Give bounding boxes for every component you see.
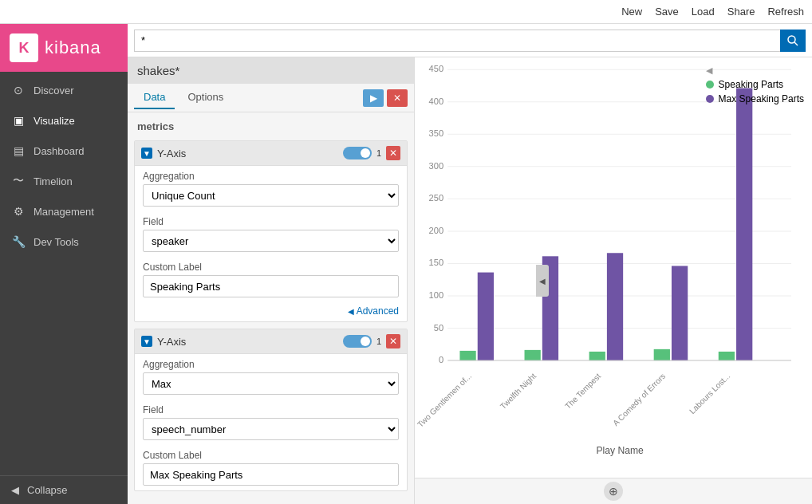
yaxis-toggle-switch-1[interactable] — [343, 147, 372, 159]
aggregation-label-2: Aggregation — [143, 359, 399, 370]
sidebar-item-timelion[interactable]: 〜 Timelion — [0, 166, 128, 196]
sidebar-item-dashboard[interactable]: ▤ Dashboard — [0, 136, 128, 166]
yaxis-block-1: ▼ Y-Axis 1 ✕ Aggregation — [134, 140, 408, 322]
tab-data[interactable]: Data — [134, 86, 175, 109]
visualize-icon: ▣ — [11, 113, 26, 128]
sidebar-item-label-discover: Discover — [34, 85, 74, 96]
bar-max-1 — [478, 273, 494, 360]
svg-text:Play Name: Play Name — [596, 445, 644, 456]
save-button[interactable]: Save — [655, 6, 679, 18]
toggle-knob-1 — [361, 148, 370, 158]
svg-line-1 — [794, 42, 798, 45]
sidebar-nav: ⊙ Discover ▣ Visualize ▤ Dashboard 〜 Tim… — [0, 72, 128, 475]
svg-text:The Tempest: The Tempest — [563, 372, 602, 411]
svg-text:Two Gentlemen of...: Two Gentlemen of... — [416, 372, 473, 429]
custom-label-group-2: Custom Label — [135, 445, 407, 490]
custom-label-label-1: Custom Label — [143, 262, 399, 273]
field-select-1[interactable]: speaker play_name speech_number — [143, 230, 399, 252]
yaxis-label-2: Y-Axis — [157, 336, 186, 348]
search-input[interactable] — [134, 30, 780, 52]
svg-text:350: 350 — [429, 128, 444, 138]
aggregation-label-1: Aggregation — [143, 171, 399, 182]
dashboard-icon: ▤ — [11, 144, 26, 158]
sidebar-item-devtools[interactable]: 🔧 Dev Tools — [0, 226, 128, 257]
discover-icon: ⊙ — [11, 83, 26, 97]
left-panel: shakes* Data Options ▶ ✕ metrics — [128, 57, 415, 504]
legend-item-speaking-parts: Speaking Parts — [706, 79, 804, 90]
svg-text:250: 250 — [429, 193, 444, 203]
sidebar-item-discover[interactable]: ⊙ Discover — [0, 75, 128, 105]
bar-sp-1 — [459, 351, 475, 360]
share-button[interactable]: Share — [727, 6, 755, 18]
custom-label-input-1[interactable] — [143, 275, 399, 297]
aggregation-select-2[interactable]: Unique Count Count Average Sum Min Max — [143, 372, 399, 395]
yaxis-controls-2: 1 ✕ — [343, 334, 400, 348]
yaxis-title-2: ▼ Y-Axis — [141, 336, 186, 348]
collapse-label: Collapse — [27, 484, 68, 496]
sidebar-item-visualize[interactable]: ▣ Visualize — [0, 105, 128, 136]
yaxis-header-1: ▼ Y-Axis 1 ✕ — [135, 141, 407, 166]
legend-nav-left[interactable]: ◀ — [706, 65, 804, 76]
svg-text:400: 400 — [429, 96, 444, 106]
kibana-logo-icon: K — [10, 33, 38, 62]
bar-sp-2 — [525, 350, 541, 360]
sidebar-item-management[interactable]: ⚙ Management — [0, 196, 128, 226]
chart-area: ◀ Speaking Parts Max Speaking Parts 450 — [415, 57, 812, 504]
bar-max-5 — [736, 89, 752, 361]
svg-text:100: 100 — [429, 290, 444, 300]
timelion-icon: 〜 — [11, 174, 26, 188]
chart-bottom: ⊕ — [415, 478, 812, 504]
visualize-area: shakes* Data Options ▶ ✕ metrics — [128, 57, 812, 504]
field-group-2: Field speaker play_name speech_number — [135, 400, 407, 445]
yaxis-toggle-2[interactable]: ▼ — [141, 336, 152, 347]
svg-text:Labours Lost...: Labours Lost... — [688, 372, 731, 415]
search-button[interactable] — [780, 30, 806, 52]
close-tab-button[interactable]: ✕ — [387, 89, 408, 107]
tab-options[interactable]: Options — [178, 86, 233, 109]
yaxis-toggle-switch-2[interactable] — [343, 335, 372, 348]
field-select-2[interactable]: speaker play_name speech_number — [143, 418, 399, 440]
aggregation-select-1[interactable]: Unique Count Count Average Sum Min Max — [143, 184, 399, 207]
metrics-section-title: metrics — [128, 112, 414, 137]
search-bar — [128, 24, 812, 57]
field-label-2: Field — [143, 404, 399, 415]
panel-collapse-arrow[interactable]: ◀ — [536, 265, 549, 297]
advanced-link-1[interactable]: Advanced — [135, 302, 407, 321]
top-bar: New Save Load Share Refresh — [0, 0, 812, 24]
bar-sp-3 — [589, 352, 605, 360]
custom-label-input-2[interactable] — [143, 463, 399, 486]
sidebar-collapse-button[interactable]: ◀ Collapse — [0, 475, 128, 504]
svg-point-0 — [788, 36, 795, 43]
content-area: shakes* Data Options ▶ ✕ metrics — [128, 24, 812, 504]
custom-label-label-2: Custom Label — [143, 450, 399, 461]
tab-actions: ▶ ✕ — [363, 89, 408, 107]
legend-dot-max — [706, 95, 714, 103]
collapse-icon: ◀ — [11, 484, 19, 496]
legend-item-max-speaking-parts: Max Speaking Parts — [706, 93, 804, 104]
yaxis-header-2: ▼ Y-Axis 1 ✕ — [135, 329, 407, 354]
sidebar: K kibana ⊙ Discover ▣ Visualize ▤ Dashbo… — [0, 24, 128, 504]
chart-zoom-button[interactable]: ⊕ — [604, 482, 623, 501]
yaxis-toggle-1[interactable]: ▼ — [141, 148, 152, 159]
toggle-knob-2 — [361, 337, 370, 346]
svg-text:0: 0 — [439, 355, 443, 364]
bar-max-3 — [607, 253, 623, 360]
legend-label-speaking: Speaking Parts — [719, 79, 783, 90]
svg-text:450: 450 — [429, 64, 444, 73]
svg-text:300: 300 — [429, 161, 444, 171]
aggregation-group-2: Aggregation Unique Count Count Average S… — [135, 354, 407, 400]
yaxis-block-2: ▼ Y-Axis 1 ✕ Aggregation — [134, 329, 408, 491]
main-layout: K kibana ⊙ Discover ▣ Visualize ▤ Dashbo… — [0, 24, 812, 504]
chart-legend: ◀ Speaking Parts Max Speaking Parts — [706, 65, 804, 104]
yaxis-title-1: ▼ Y-Axis — [141, 148, 186, 159]
play-button[interactable]: ▶ — [363, 89, 384, 107]
yaxis-remove-2[interactable]: ✕ — [386, 334, 400, 348]
svg-text:Twelfth Night: Twelfth Night — [499, 372, 538, 411]
sidebar-logo: K kibana — [0, 24, 128, 72]
new-button[interactable]: New — [621, 6, 642, 18]
load-button[interactable]: Load — [692, 6, 715, 18]
yaxis-remove-1[interactable]: ✕ — [386, 146, 400, 160]
sidebar-item-label-visualize: Visualize — [34, 115, 75, 127]
refresh-button[interactable]: Refresh — [767, 6, 804, 18]
svg-text:150: 150 — [429, 258, 444, 267]
